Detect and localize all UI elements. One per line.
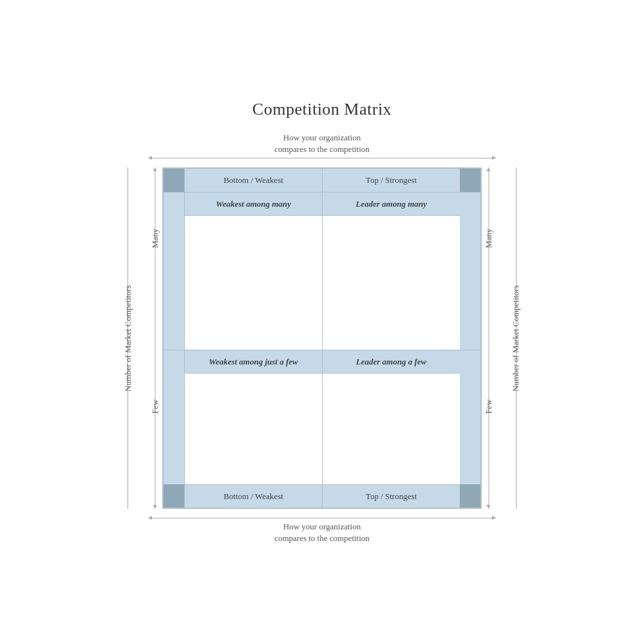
right-inner-arrow [489, 167, 489, 509]
matrix-header: Bottom / Weakest Top / Strongest [164, 169, 480, 192]
top-label-area: How your organization compares to the co… [148, 132, 496, 167]
few-side-spacer [164, 350, 184, 373]
footer-cell-right: Top / Strongest [322, 484, 460, 507]
many-right-band [460, 215, 480, 350]
top-label-text: How your organization compares to the co… [274, 132, 370, 155]
bottom-label-text: How your organization compares to the co… [274, 521, 370, 544]
few-left-band [164, 373, 184, 484]
few-label-row: Weakest among just a few Leader among a … [164, 350, 480, 373]
many-side-spacer-right [460, 193, 480, 215]
many-left-cell [184, 215, 322, 350]
many-side-spacer [164, 193, 184, 215]
many-label-right: Many [484, 229, 494, 248]
corner-bottom-left [164, 484, 184, 507]
top-arrow [148, 158, 496, 158]
corner-bottom-right [460, 484, 480, 507]
page: Competition Matrix How your organization… [0, 0, 644, 644]
few-label-left: Few [150, 399, 160, 413]
many-label-left: Many [150, 229, 160, 248]
body-many: Weakest among many Leader among many [164, 192, 480, 350]
few-side-spacer-right [460, 350, 480, 373]
outer-right-label: Number of Market Competitors [510, 167, 522, 509]
bottom-left-quadrant-label: Weakest among just a few [184, 350, 322, 373]
page-title: Competition Matrix [252, 100, 392, 119]
outer-left-label: Number of Market Competitors [122, 167, 134, 509]
header-cell-left: Bottom / Weakest [184, 169, 322, 192]
body-few: Weakest among just a few Leader among a … [164, 350, 480, 484]
matrix-footer: Bottom / Weakest Top / Strongest [164, 484, 480, 507]
many-right-cell [322, 215, 460, 350]
left-side-label-area: Many Few [148, 167, 162, 509]
left-inner-arrow [155, 167, 156, 509]
many-cells [164, 215, 480, 350]
footer-cell-left: Bottom / Weakest [184, 484, 322, 507]
few-right-cell [322, 373, 460, 484]
matrix-area: Many Few Bottom / Weakest Top / Stronges… [148, 167, 496, 509]
bottom-label-area: How your organization compares to the co… [148, 509, 496, 544]
corner-top-left [164, 169, 184, 192]
many-label-row: Weakest among many Leader among many [164, 192, 480, 215]
bottom-arrow [148, 518, 496, 518]
right-side-label-area: Many Few [482, 167, 496, 509]
matrix-grid: Bottom / Weakest Top / Strongest Weakest… [162, 167, 482, 509]
top-right-quadrant-label: Leader among many [322, 193, 460, 215]
top-arrow-line [148, 158, 496, 158]
bottom-arrow-line [148, 518, 496, 518]
corner-top-right [460, 169, 480, 192]
bottom-right-quadrant-label: Leader among a few [322, 350, 460, 373]
right-axis-label: Number of Market Competitors [511, 285, 521, 392]
few-right-band [460, 373, 480, 484]
few-cells [164, 373, 480, 484]
many-left-band [164, 215, 184, 350]
header-cell-right: Top / Strongest [322, 169, 460, 192]
top-left-quadrant-label: Weakest among many [184, 193, 322, 215]
few-label-right: Few [484, 399, 494, 413]
diagram-wrapper: How your organization compares to the co… [122, 132, 522, 544]
left-axis-label: Number of Market Competitors [123, 285, 133, 392]
few-left-cell [184, 373, 322, 484]
